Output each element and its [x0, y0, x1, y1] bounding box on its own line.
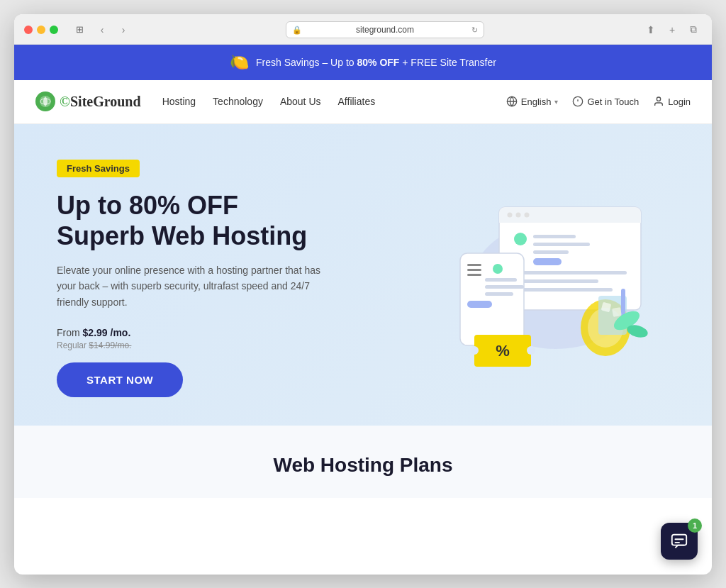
- plans-section-title: Web Hosting Plans: [57, 454, 669, 477]
- traffic-lights: [24, 26, 58, 34]
- svg-point-31: [527, 346, 535, 355]
- svg-rect-22: [467, 269, 481, 271]
- login-icon: [653, 96, 664, 107]
- main-nav: ©SiteGround Hosting Technology About Us …: [14, 80, 712, 124]
- hero-title-line2: Superb Web Hosting: [57, 221, 307, 250]
- price-from: From $2.99 /mo.: [57, 327, 369, 338]
- chat-widget[interactable]: 1: [661, 523, 698, 560]
- hero-svg-illustration: %: [393, 172, 662, 384]
- nav-right: English ▾ Get in Touch Login: [506, 96, 691, 107]
- price-from-value: $2.99 /mo.: [83, 327, 131, 338]
- start-now-button[interactable]: START NOW: [57, 362, 183, 397]
- svg-point-11: [525, 213, 530, 218]
- promo-banner-text: Fresh Savings – Up to 80% OFF + FREE Sit…: [256, 57, 496, 68]
- promo-text-post: + FREE Site Transfer: [399, 57, 496, 68]
- contact-label: Get in Touch: [587, 96, 639, 107]
- nav-about-us[interactable]: About Us: [280, 96, 321, 107]
- language-label: English: [521, 96, 552, 107]
- url-text: siteground.com: [356, 25, 414, 35]
- logo-text: ©SiteGround: [60, 94, 141, 110]
- logo-icon: [35, 91, 55, 111]
- svg-rect-21: [467, 264, 481, 266]
- price-regular-value: $14.99/mo.: [89, 340, 131, 350]
- nav-links: Hosting Technology About Us Affiliates: [162, 96, 506, 107]
- back-button[interactable]: ‹: [94, 21, 111, 38]
- promo-banner: 🍋 Fresh Savings – Up to 80% OFF + FREE S…: [14, 45, 712, 80]
- svg-point-30: [470, 346, 479, 355]
- svg-rect-43: [675, 542, 680, 543]
- lemon-icon: 🍋: [230, 53, 249, 72]
- hero-description: Elevate your online presence with a host…: [57, 262, 326, 310]
- browser-actions: ⬆ + ⧉: [642, 21, 702, 38]
- sidebar-toggle-button[interactable]: ⊞: [69, 21, 89, 38]
- browser-chrome: ⊞ ‹ › 🔒 siteground.com ↻ ⬆ + ⧉: [14, 14, 712, 45]
- hero-price: From $2.99 /mo. Regular $14.99/mo.: [57, 327, 369, 351]
- chat-badge: 1: [688, 518, 702, 533]
- browser-nav: ⊞ ‹ ›: [69, 21, 132, 38]
- hero-illustration: %: [386, 172, 669, 384]
- hero-title: Up to 80% OFF Superb Web Hosting: [57, 190, 369, 251]
- svg-point-12: [514, 233, 527, 245]
- minimize-button[interactable]: [37, 26, 45, 34]
- promo-text-bold: 80% OFF: [357, 57, 399, 68]
- share-button[interactable]: ⬆: [642, 21, 659, 38]
- nav-hosting[interactable]: Hosting: [162, 96, 196, 107]
- windows-button[interactable]: ⧉: [685, 21, 702, 38]
- svg-rect-40: [612, 307, 622, 317]
- get-in-touch-button[interactable]: Get in Touch: [572, 96, 639, 107]
- chat-icon: [670, 532, 688, 550]
- svg-rect-16: [533, 258, 562, 265]
- address-bar-wrap: 🔒 siteground.com ↻: [139, 21, 631, 38]
- svg-point-4: [657, 97, 661, 101]
- price-regular-label: Regular: [57, 340, 89, 350]
- price-regular: Regular $14.99/mo.: [57, 338, 369, 351]
- siteground-logo-svg: [39, 95, 52, 108]
- svg-rect-13: [533, 235, 576, 238]
- hero-section: Fresh Savings Up to 80% OFF Superb Web H…: [14, 124, 712, 426]
- svg-point-10: [516, 213, 521, 218]
- svg-text:%: %: [496, 342, 510, 360]
- forward-button[interactable]: ›: [115, 21, 132, 38]
- svg-point-24: [493, 264, 503, 274]
- maximize-button[interactable]: [50, 26, 58, 34]
- svg-rect-20: [460, 253, 524, 345]
- lock-icon: 🔒: [292, 25, 302, 34]
- svg-rect-14: [533, 243, 590, 246]
- svg-rect-42: [675, 538, 684, 540]
- svg-point-9: [508, 213, 513, 218]
- nav-affiliates[interactable]: Affiliates: [338, 96, 376, 107]
- plans-section: Web Hosting Plans: [14, 426, 712, 498]
- hero-title-line1: Up to 80% OFF: [57, 191, 238, 220]
- browser-window: ⊞ ‹ › 🔒 siteground.com ↻ ⬆ + ⧉ 🍋 Fresh S…: [14, 14, 712, 575]
- close-button[interactable]: [24, 26, 33, 34]
- new-tab-button[interactable]: +: [664, 21, 681, 38]
- language-icon: [506, 96, 518, 107]
- svg-rect-25: [485, 278, 517, 282]
- login-button[interactable]: Login: [653, 96, 691, 107]
- language-chevron-icon: ▾: [554, 98, 558, 106]
- svg-rect-28: [467, 301, 492, 308]
- svg-rect-15: [533, 250, 569, 254]
- svg-rect-23: [467, 274, 481, 276]
- svg-rect-27: [485, 292, 513, 296]
- hero-content: Fresh Savings Up to 80% OFF Superb Web H…: [57, 160, 369, 398]
- login-label: Login: [668, 96, 691, 107]
- address-bar[interactable]: 🔒 siteground.com ↻: [286, 21, 484, 38]
- fresh-savings-badge: Fresh Savings: [57, 160, 140, 177]
- price-from-label: From: [57, 327, 83, 338]
- promo-text-pre: Fresh Savings – Up to: [256, 57, 357, 68]
- language-selector[interactable]: English ▾: [506, 96, 559, 107]
- contact-icon: [572, 96, 583, 107]
- svg-rect-8: [499, 216, 641, 223]
- logo[interactable]: ©SiteGround: [35, 91, 141, 111]
- reload-icon: ↻: [471, 25, 478, 34]
- svg-rect-26: [485, 285, 524, 289]
- nav-technology[interactable]: Technology: [213, 96, 263, 107]
